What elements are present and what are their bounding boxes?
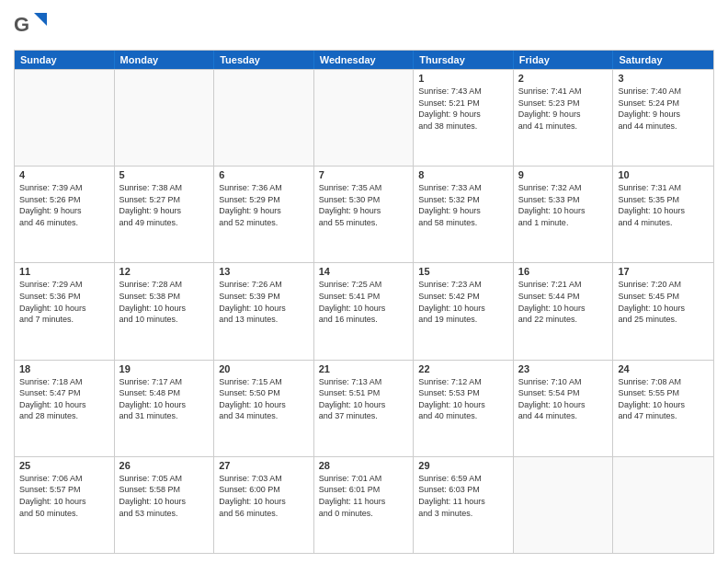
calendar-cell: 11Sunrise: 7:29 AMSunset: 5:36 PMDayligh… <box>15 263 115 359</box>
day-info: Sunrise: 7:32 AMSunset: 5:33 PMDaylight:… <box>518 182 609 228</box>
day-info: Sunrise: 7:08 AMSunset: 5:55 PMDaylight:… <box>618 376 709 422</box>
day-info: Sunrise: 7:28 AMSunset: 5:38 PMDaylight:… <box>119 279 210 325</box>
day-number: 4 <box>19 169 109 180</box>
day-number: 3 <box>618 73 709 84</box>
day-number: 15 <box>418 266 508 277</box>
day-number: 21 <box>319 363 409 374</box>
day-number: 22 <box>418 363 508 374</box>
day-info: Sunrise: 7:10 AMSunset: 5:54 PMDaylight:… <box>518 376 609 422</box>
calendar-header-cell: Wednesday <box>314 51 415 69</box>
day-number: 11 <box>19 266 109 277</box>
calendar: SundayMondayTuesdayWednesdayThursdayFrid… <box>14 50 714 554</box>
day-info: Sunrise: 7:15 AMSunset: 5:50 PMDaylight:… <box>219 376 309 422</box>
calendar-cell: 5Sunrise: 7:38 AMSunset: 5:27 PMDaylight… <box>115 167 215 262</box>
calendar-cell: 6Sunrise: 7:36 AMSunset: 5:29 PMDaylight… <box>214 167 314 262</box>
calendar-cell: 1Sunrise: 7:43 AMSunset: 5:21 PMDaylight… <box>414 70 514 166</box>
day-number: 18 <box>19 363 109 374</box>
calendar-cell: 26Sunrise: 7:05 AMSunset: 5:58 PMDayligh… <box>115 457 215 553</box>
day-info: Sunrise: 7:40 AMSunset: 5:24 PMDaylight:… <box>618 86 709 132</box>
calendar-cell: 9Sunrise: 7:32 AMSunset: 5:33 PMDaylight… <box>514 167 614 262</box>
day-info: Sunrise: 7:01 AMSunset: 6:01 PMDaylight:… <box>319 473 409 519</box>
day-info: Sunrise: 7:31 AMSunset: 5:35 PMDaylight:… <box>618 182 709 228</box>
calendar-row: 1Sunrise: 7:43 AMSunset: 5:21 PMDaylight… <box>15 69 713 166</box>
logo: G <box>14 9 49 42</box>
calendar-cell <box>613 457 713 553</box>
calendar-cell: 24Sunrise: 7:08 AMSunset: 5:55 PMDayligh… <box>613 361 713 456</box>
day-number: 10 <box>618 169 709 180</box>
day-info: Sunrise: 7:35 AMSunset: 5:30 PMDaylight:… <box>319 182 409 228</box>
calendar-row: 4Sunrise: 7:39 AMSunset: 5:26 PMDaylight… <box>15 166 713 262</box>
calendar-cell <box>514 457 614 553</box>
calendar-header-cell: Sunday <box>15 51 115 69</box>
day-number: 24 <box>618 363 709 374</box>
day-number: 8 <box>418 169 508 180</box>
day-number: 1 <box>418 73 508 84</box>
calendar-cell: 14Sunrise: 7:25 AMSunset: 5:41 PMDayligh… <box>314 263 415 359</box>
day-info: Sunrise: 7:38 AMSunset: 5:27 PMDaylight:… <box>119 182 210 228</box>
day-number: 9 <box>518 169 609 180</box>
calendar-header-cell: Monday <box>115 51 215 69</box>
calendar-row: 18Sunrise: 7:18 AMSunset: 5:47 PMDayligh… <box>15 360 713 456</box>
day-info: Sunrise: 7:39 AMSunset: 5:26 PMDaylight:… <box>19 182 109 228</box>
day-info: Sunrise: 7:20 AMSunset: 5:45 PMDaylight:… <box>618 279 709 325</box>
calendar-cell: 29Sunrise: 6:59 AMSunset: 6:03 PMDayligh… <box>414 457 514 553</box>
calendar-cell: 22Sunrise: 7:12 AMSunset: 5:53 PMDayligh… <box>414 361 514 456</box>
calendar-cell <box>214 70 314 166</box>
day-number: 19 <box>119 363 210 374</box>
calendar-cell: 23Sunrise: 7:10 AMSunset: 5:54 PMDayligh… <box>514 361 614 456</box>
day-info: Sunrise: 7:33 AMSunset: 5:32 PMDaylight:… <box>418 182 508 228</box>
day-info: Sunrise: 7:12 AMSunset: 5:53 PMDaylight:… <box>418 376 508 422</box>
day-number: 6 <box>219 169 309 180</box>
calendar-cell: 7Sunrise: 7:35 AMSunset: 5:30 PMDaylight… <box>314 167 415 262</box>
day-number: 25 <box>19 460 109 471</box>
day-info: Sunrise: 7:17 AMSunset: 5:48 PMDaylight:… <box>119 376 210 422</box>
day-number: 14 <box>319 266 409 277</box>
calendar-row: 11Sunrise: 7:29 AMSunset: 5:36 PMDayligh… <box>15 262 713 359</box>
calendar-row: 25Sunrise: 7:06 AMSunset: 5:57 PMDayligh… <box>15 456 713 553</box>
day-info: Sunrise: 7:05 AMSunset: 5:58 PMDaylight:… <box>119 473 210 519</box>
day-number: 5 <box>119 169 210 180</box>
day-number: 13 <box>219 266 309 277</box>
day-number: 28 <box>319 460 409 471</box>
calendar-cell: 16Sunrise: 7:21 AMSunset: 5:44 PMDayligh… <box>514 263 614 359</box>
day-info: Sunrise: 7:29 AMSunset: 5:36 PMDaylight:… <box>19 279 109 325</box>
day-info: Sunrise: 7:18 AMSunset: 5:47 PMDaylight:… <box>19 376 109 422</box>
calendar-cell: 20Sunrise: 7:15 AMSunset: 5:50 PMDayligh… <box>214 361 314 456</box>
day-number: 27 <box>219 460 309 471</box>
day-info: Sunrise: 7:43 AMSunset: 5:21 PMDaylight:… <box>418 86 508 132</box>
day-info: Sunrise: 7:26 AMSunset: 5:39 PMDaylight:… <box>219 279 309 325</box>
day-info: Sunrise: 7:06 AMSunset: 5:57 PMDaylight:… <box>19 473 109 519</box>
calendar-cell: 2Sunrise: 7:41 AMSunset: 5:23 PMDaylight… <box>514 70 614 166</box>
calendar-cell: 15Sunrise: 7:23 AMSunset: 5:42 PMDayligh… <box>414 263 514 359</box>
calendar-cell: 18Sunrise: 7:18 AMSunset: 5:47 PMDayligh… <box>15 361 115 456</box>
day-number: 29 <box>418 460 508 471</box>
calendar-header-cell: Saturday <box>613 51 713 69</box>
calendar-header: SundayMondayTuesdayWednesdayThursdayFrid… <box>15 51 713 69</box>
day-number: 26 <box>119 460 210 471</box>
calendar-cell: 27Sunrise: 7:03 AMSunset: 6:00 PMDayligh… <box>214 457 314 553</box>
calendar-cell: 28Sunrise: 7:01 AMSunset: 6:01 PMDayligh… <box>314 457 415 553</box>
calendar-cell <box>314 70 415 166</box>
calendar-header-cell: Tuesday <box>214 51 314 69</box>
calendar-cell: 21Sunrise: 7:13 AMSunset: 5:51 PMDayligh… <box>314 361 415 456</box>
day-info: Sunrise: 7:36 AMSunset: 5:29 PMDaylight:… <box>219 182 309 228</box>
calendar-cell: 25Sunrise: 7:06 AMSunset: 5:57 PMDayligh… <box>15 457 115 553</box>
day-info: Sunrise: 7:25 AMSunset: 5:41 PMDaylight:… <box>319 279 409 325</box>
calendar-cell: 12Sunrise: 7:28 AMSunset: 5:38 PMDayligh… <box>115 263 215 359</box>
day-info: Sunrise: 7:13 AMSunset: 5:51 PMDaylight:… <box>319 376 409 422</box>
calendar-cell: 3Sunrise: 7:40 AMSunset: 5:24 PMDaylight… <box>613 70 713 166</box>
day-info: Sunrise: 6:59 AMSunset: 6:03 PMDaylight:… <box>418 473 508 519</box>
day-number: 2 <box>518 73 609 84</box>
calendar-cell: 10Sunrise: 7:31 AMSunset: 5:35 PMDayligh… <box>613 167 713 262</box>
calendar-cell: 17Sunrise: 7:20 AMSunset: 5:45 PMDayligh… <box>613 263 713 359</box>
day-info: Sunrise: 7:21 AMSunset: 5:44 PMDaylight:… <box>518 279 609 325</box>
day-info: Sunrise: 7:03 AMSunset: 6:00 PMDaylight:… <box>219 473 309 519</box>
calendar-body: 1Sunrise: 7:43 AMSunset: 5:21 PMDaylight… <box>15 69 713 553</box>
calendar-header-cell: Thursday <box>414 51 514 69</box>
day-info: Sunrise: 7:41 AMSunset: 5:23 PMDaylight:… <box>518 86 609 132</box>
calendar-cell: 8Sunrise: 7:33 AMSunset: 5:32 PMDaylight… <box>414 167 514 262</box>
day-number: 16 <box>518 266 609 277</box>
calendar-cell: 4Sunrise: 7:39 AMSunset: 5:26 PMDaylight… <box>15 167 115 262</box>
calendar-cell <box>15 70 115 166</box>
day-number: 23 <box>518 363 609 374</box>
